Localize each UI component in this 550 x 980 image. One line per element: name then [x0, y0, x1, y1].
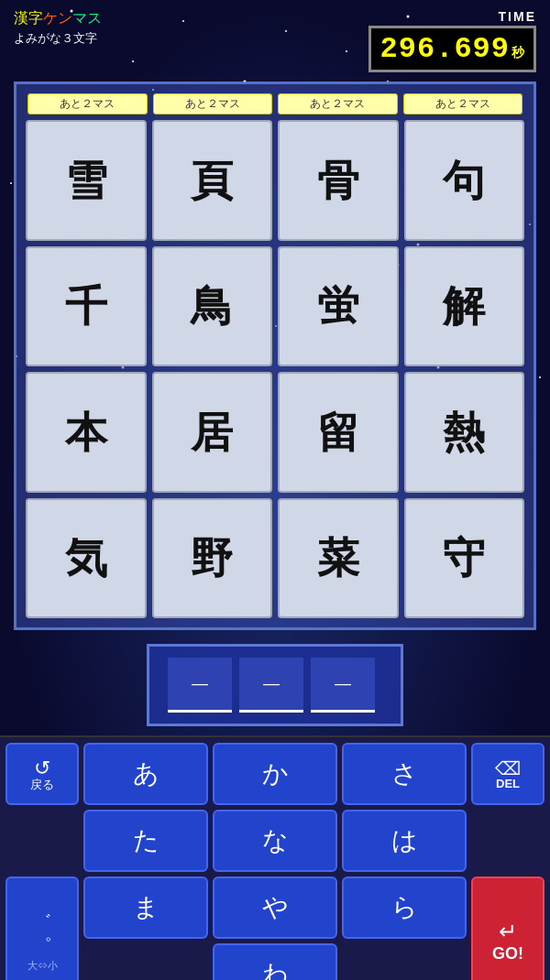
del-label: DEL [496, 778, 520, 789]
key-empty-4 [342, 943, 467, 980]
key-ma-label: ま [133, 895, 160, 920]
dakuten-char1: ゛ [33, 909, 51, 934]
key-empty-2 [471, 810, 544, 872]
kanji-cell-2-1[interactable]: 居 [152, 372, 273, 493]
kanji-grid: 雪 頁 骨 句 千 鳥 蛍 解 本 居 留 熱 気 野 菜 守 [26, 120, 524, 618]
key-ya[interactable]: や [213, 877, 337, 939]
kanji-char-2-3: 熱 [443, 411, 485, 453]
kanji-cell-1-0[interactable]: 千 [26, 246, 147, 367]
answer-char-1: — [192, 674, 208, 693]
keyboard: ↺ 戻る あ か さ ⌫ DEL た な [0, 735, 550, 980]
back-label: 戻る [30, 779, 54, 790]
key-a-label: あ [133, 761, 160, 787]
go-icon: ↵ [499, 919, 517, 944]
timer-value: 296.699 [380, 32, 510, 66]
kanji-char-3-1: 野 [191, 537, 233, 579]
col-hint-2: あと２マス [153, 93, 273, 114]
back-icon: ↺ [34, 758, 50, 779]
answer-area: — — — [14, 644, 536, 726]
kanji-cell-3-1[interactable]: 野 [152, 498, 273, 619]
title-subtitle: よみがな３文字 [14, 30, 102, 47]
kanji-char-0-2: 骨 [317, 159, 359, 201]
key-ha[interactable]: は [342, 810, 467, 872]
kanji-char-1-3: 解 [443, 285, 485, 327]
key-ta-label: た [133, 828, 160, 854]
del-button[interactable]: ⌫ DEL [471, 743, 544, 805]
key-empty-3 [83, 943, 208, 980]
kanji-cell-0-0[interactable]: 雪 [26, 120, 147, 241]
keyboard-rows-34: ゛ ゜ 大⇔小 ま や ら ↵ GO! わ [6, 877, 544, 980]
keyboard-row-1: ↺ 戻る あ か さ ⌫ DEL [6, 743, 544, 805]
go-button[interactable]: ↵ GO! [471, 877, 544, 980]
key-ma[interactable]: ま [83, 877, 208, 939]
answer-box: — — — [147, 644, 403, 726]
kanji-cell-0-2[interactable]: 骨 [278, 120, 399, 241]
key-sa-label: さ [391, 761, 418, 787]
answer-slot-1: — [168, 658, 232, 713]
kanji-char-1-0: 千 [65, 285, 107, 327]
kanji-char-2-2: 留 [317, 411, 359, 453]
answer-slot-2: — [239, 658, 303, 713]
kanji-char-3-3: 守 [443, 537, 485, 579]
grid-container: あと２マス あと２マス あと２マス あと２マス 雪 頁 骨 句 千 鳥 蛍 解 … [14, 82, 536, 630]
column-hints: あと２マス あと２マス あと２マス あと２マス [26, 93, 524, 114]
kanji-cell-1-2[interactable]: 蛍 [278, 246, 399, 367]
key-ka-label: か [262, 761, 289, 787]
key-wa[interactable]: わ [213, 943, 337, 980]
header: 漢字ケンマス よみがな３文字 TIME 296.699 秒 [0, 0, 550, 77]
kanji-cell-0-1[interactable]: 頁 [152, 120, 273, 241]
kanji-cell-3-0[interactable]: 気 [26, 498, 147, 619]
key-empty-1 [6, 810, 79, 872]
kanji-char-3-2: 菜 [317, 537, 359, 579]
key-ka[interactable]: か [213, 743, 337, 805]
key-ra-label: ら [391, 895, 418, 920]
col-hint-1: あと２マス [28, 93, 148, 114]
kanji-char-2-0: 本 [65, 411, 107, 453]
kanji-cell-2-3[interactable]: 熱 [404, 372, 525, 493]
key-ra[interactable]: ら [342, 877, 467, 939]
title-ken: ケン [43, 10, 72, 26]
del-icon: ⌫ [495, 759, 521, 778]
keyboard-row-2: た な は [6, 810, 544, 872]
kanji-char-0-0: 雪 [65, 159, 107, 201]
key-ha-label: は [391, 828, 418, 854]
timer-area: TIME 296.699 秒 [368, 9, 536, 72]
key-ya-label: や [262, 895, 289, 920]
dakuten-label: 大⇔小 [28, 959, 58, 973]
title-kanji: 漢字 [14, 10, 43, 26]
answer-char-2: — [263, 674, 280, 693]
kanji-char-0-3: 句 [443, 159, 485, 201]
title-main: 漢字ケンマス [14, 9, 102, 28]
kanji-char-3-0: 気 [65, 537, 107, 579]
kanji-char-2-1: 居 [191, 411, 233, 453]
kanji-cell-2-0[interactable]: 本 [26, 372, 147, 493]
kanji-cell-0-3[interactable]: 句 [404, 120, 525, 241]
col-hint-4: あと２マス [403, 93, 523, 114]
col-hint-3: あと２マス [278, 93, 398, 114]
dakuten-char2: ゜ [33, 934, 51, 959]
key-ta[interactable]: た [83, 810, 208, 872]
key-na-label: な [262, 828, 289, 854]
dakuten-button[interactable]: ゛ ゜ 大⇔小 [6, 877, 79, 980]
main-content: 漢字ケンマス よみがな３文字 TIME 296.699 秒 あと２マス あと２マ… [0, 0, 550, 980]
timer-box: 296.699 秒 [368, 26, 536, 72]
key-sa[interactable]: さ [342, 743, 467, 805]
timer-label: TIME [499, 9, 536, 24]
kanji-char-1-2: 蛍 [317, 285, 359, 327]
back-button[interactable]: ↺ 戻る [6, 743, 79, 805]
key-a[interactable]: あ [83, 743, 208, 805]
key-na[interactable]: な [213, 810, 337, 872]
key-wa-label: わ [262, 962, 289, 980]
kanji-cell-1-3[interactable]: 解 [404, 246, 525, 367]
kanji-char-0-1: 頁 [191, 159, 233, 201]
kanji-cell-3-2[interactable]: 菜 [278, 498, 399, 619]
kanji-cell-1-1[interactable]: 鳥 [152, 246, 273, 367]
kanji-cell-3-3[interactable]: 守 [404, 498, 525, 619]
game-title: 漢字ケンマス よみがな３文字 [14, 9, 102, 47]
answer-slot-3: — [311, 658, 375, 713]
kanji-char-1-1: 鳥 [191, 285, 233, 327]
timer-unit: 秒 [512, 45, 524, 61]
kanji-cell-2-2[interactable]: 留 [278, 372, 399, 493]
title-masu: マス [72, 10, 102, 26]
go-label: GO! [492, 944, 523, 964]
